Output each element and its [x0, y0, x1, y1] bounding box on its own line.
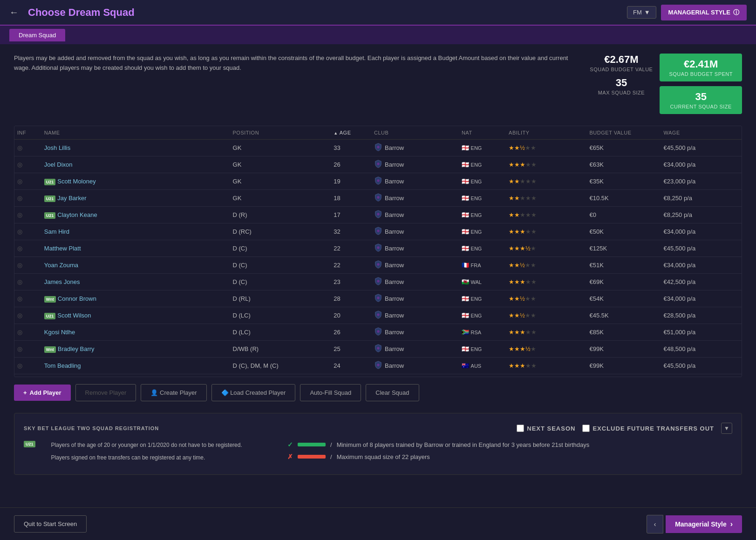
player-name[interactable]: Kgosi Ntlhe	[44, 329, 75, 336]
player-budget-value: €54K	[587, 290, 661, 307]
table-row[interactable]: ◎U21Clayton KeaneD (R)17 Barrow 🏴󠁧󠁢󠁥󠁮󠁧󠁿 …	[14, 207, 742, 223]
action-buttons: + Add Player Remove Player 👤 Create Play…	[14, 377, 742, 408]
nav-prev-button[interactable]: ‹	[647, 515, 663, 533]
player-budget-value: €99K	[587, 341, 661, 358]
player-wage: €45,500 p/a	[661, 140, 742, 156]
club-name: Barrow	[385, 329, 404, 336]
table-row[interactable]: ◎U21Scott WilsonD (LC)20 Barrow 🏴󠁧󠁢󠁥󠁮󠁧󠁿 …	[14, 307, 742, 324]
exclude-checkbox[interactable]	[582, 425, 590, 432]
player-name[interactable]: Matthew Platt	[44, 245, 81, 252]
table-row[interactable]: ◎Matthew PlattD (C)22 Barrow 🏴󠁧󠁢󠁥󠁮󠁧󠁿 ENG…	[14, 240, 742, 257]
next-season-checkbox-label[interactable]: Next Season	[517, 425, 575, 432]
player-name[interactable]: Connor Brown	[58, 295, 96, 302]
col-position: POSITION	[230, 126, 331, 140]
table-row[interactable]: ◎Kgosi NtlheD (LC)26 Barrow 🇿🇦 RSA★★★★★€…	[14, 324, 742, 341]
table-row[interactable]: ◎Yoan ZoumaD (C)22 Barrow 🇫🇷 FRA★★½★★€51…	[14, 257, 742, 274]
stars-rating: ★★★★★	[509, 178, 537, 185]
back-button[interactable]: ←	[9, 7, 19, 18]
player-wage: €48,500 p/a	[661, 341, 742, 358]
exclude-checkbox-label[interactable]: Exclude future transfers out	[582, 425, 714, 432]
player-name[interactable]: Tom Beadling	[44, 362, 81, 369]
club-name: Barrow	[385, 262, 404, 269]
player-name[interactable]: Scott Moloney	[57, 178, 95, 185]
nat-code: ENG	[471, 346, 482, 352]
club-name: Barrow	[385, 144, 404, 151]
table-row[interactable]: ◎U21Jay BarkerGK18 Barrow 🏴󠁧󠁢󠁥󠁮󠁧󠁿 ENG★★★…	[14, 190, 742, 207]
player-name[interactable]: James Jones	[44, 278, 80, 285]
clear-squad-button[interactable]: Clear Squad	[366, 384, 419, 401]
stars-rating: ★★★★★	[509, 228, 537, 235]
club-shield-icon	[374, 176, 382, 186]
nat-flag: 🏴󠁧󠁢󠁥󠁮󠁧󠁿	[462, 144, 469, 151]
player-name[interactable]: Yoan Zouma	[44, 262, 78, 269]
sub-header: Dream Squad	[0, 26, 756, 44]
nat-flag: 🏴󠁧󠁢󠁥󠁮󠁧󠁿	[462, 245, 469, 252]
player-club: Barrow	[371, 140, 459, 156]
player-name[interactable]: Joel Dixon	[44, 161, 73, 168]
player-position: D (C)	[230, 240, 331, 257]
table-row[interactable]: ◎Sam HirdD (RC)32 Barrow 🏴󠁧󠁢󠁥󠁮󠁧󠁿 ENG★★★★…	[14, 223, 742, 240]
stars-rating: ★★★★★	[509, 278, 537, 285]
player-position: GK	[230, 156, 331, 173]
player-wage: €28,500 p/a	[661, 307, 742, 324]
table-row[interactable]: ◎James JonesD (C)23 Barrow 🏴󠁧󠁢󠁷󠁬󠁳󠁿 WAL★★…	[14, 274, 742, 290]
person-icon: 👤	[150, 389, 158, 396]
stars-rating: ★★½★★	[509, 262, 536, 269]
club-name: Barrow	[385, 245, 404, 252]
nat-code: ENG	[471, 196, 482, 201]
player-ability: ★★★½★	[506, 341, 586, 358]
player-age: 22	[331, 240, 371, 257]
stars-rating: ★★★★★	[509, 329, 537, 336]
auto-fill-squad-button[interactable]: Auto-Fill Squad	[300, 384, 361, 401]
club-shield-icon	[374, 310, 382, 320]
col-ability: ABILITY	[506, 126, 586, 140]
u21-badge: U21	[44, 313, 56, 319]
player-position: D/WB (R)	[230, 341, 331, 358]
table-row[interactable]: ◎Tom BeadlingD (C), DM, M (C)24 Barrow 🇦…	[14, 358, 742, 374]
player-name[interactable]: Jay Barker	[57, 195, 86, 202]
player-position: GK	[230, 140, 331, 156]
load-created-player-button[interactable]: 🔷 Load Created Player	[211, 384, 296, 401]
table-row[interactable]: ◎U21Scott MoloneyGK19 Barrow 🏴󠁧󠁢󠁥󠁮󠁧󠁿 ENG…	[14, 173, 742, 190]
player-club: Barrow	[371, 190, 459, 207]
player-name[interactable]: Scott Wilson	[57, 312, 91, 319]
player-position: D (RL)	[230, 290, 331, 307]
player-name[interactable]: Josh Lillis	[44, 144, 70, 151]
nav-next-button[interactable]: Managerial Style ›	[666, 515, 742, 533]
player-nationality: 🏴󠁧󠁢󠁥󠁮󠁧󠁿 ENG	[459, 240, 506, 257]
svg-point-4	[377, 213, 379, 215]
player-position: D (LC)	[230, 324, 331, 341]
table-row[interactable]: ◎WntConnor BrownD (RL)28 Barrow 🏴󠁧󠁢󠁥󠁮󠁧󠁿 …	[14, 290, 742, 307]
player-nationality: 🏴󠁧󠁢󠁥󠁮󠁧󠁿 ENG	[459, 341, 506, 358]
table-row[interactable]: ◎Josh LillisGK33 Barrow 🏴󠁧󠁢󠁥󠁮󠁧󠁿 ENG★★½★★…	[14, 140, 742, 156]
expand-button[interactable]: ▼	[721, 423, 732, 434]
create-player-button[interactable]: 👤 Create Player	[141, 384, 206, 401]
current-size-stat: 35 CURRENT SQUAD SIZE	[660, 86, 742, 114]
svg-point-1	[377, 162, 379, 165]
next-season-checkbox[interactable]	[517, 425, 524, 432]
player-ability: ★★½★★	[506, 290, 586, 307]
player-name[interactable]: Sam Hird	[44, 228, 69, 235]
svg-point-0	[377, 146, 379, 148]
player-name[interactable]: Bradley Barry	[58, 345, 95, 352]
quit-button[interactable]: Quit to Start Screen	[14, 515, 87, 533]
player-name-cell: Josh Lillis	[41, 140, 230, 156]
nat-code: ENG	[471, 296, 482, 302]
managerial-style-header-button[interactable]: MANAGERIAL STYLE ⓘ	[661, 5, 747, 20]
player-club: Barrow	[371, 240, 459, 257]
player-wage: €45,500 p/a	[661, 240, 742, 257]
footer: Quit to Start Screen ‹ Managerial Style …	[0, 507, 756, 540]
table-row[interactable]: ◎Joel DixonGK26 Barrow 🏴󠁧󠁢󠁥󠁮󠁧󠁿 ENG★★★★★€…	[14, 156, 742, 173]
table-row[interactable]: ◎WntBradley BarryD/WB (R)25 Barrow 🏴󠁧󠁢󠁥󠁮…	[14, 341, 742, 358]
sub-header-tab[interactable]: Dream Squad	[9, 29, 65, 41]
player-name[interactable]: Clayton Keane	[57, 211, 97, 218]
player-position: D (LC)	[230, 307, 331, 324]
player-nationality: 🏴󠁧󠁢󠁥󠁮󠁧󠁿 ENG	[459, 207, 506, 223]
fm-dropdown[interactable]: FM ▼	[627, 6, 656, 19]
svg-point-7	[377, 263, 379, 265]
col-nat: NAT	[459, 126, 506, 140]
stars-rating: ★★★½★	[509, 245, 536, 252]
svg-point-5	[377, 230, 379, 232]
add-player-button[interactable]: + Add Player	[14, 385, 71, 401]
remove-player-button[interactable]: Remove Player	[75, 384, 136, 401]
